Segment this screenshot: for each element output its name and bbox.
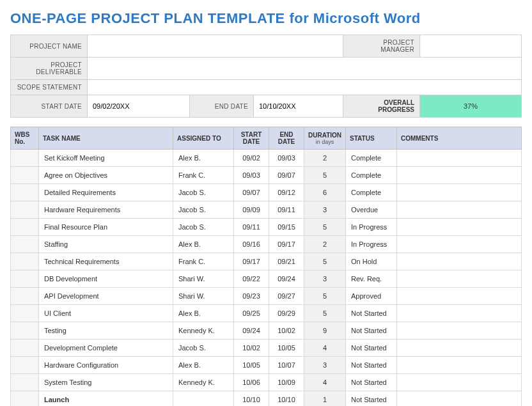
- cell-comments[interactable]: [397, 253, 522, 270]
- cell-duration[interactable]: 6: [304, 184, 346, 201]
- cell-assigned[interactable]: Jacob S.: [173, 340, 234, 357]
- cell-status[interactable]: Not Started: [346, 340, 397, 357]
- cell-duration[interactable]: 5: [304, 288, 346, 305]
- cell-start[interactable]: 09/25: [234, 305, 269, 322]
- cell-task[interactable]: Final Resource Plan: [39, 219, 173, 236]
- value-start-date[interactable]: 09/02/20XX: [88, 95, 190, 118]
- cell-status[interactable]: In Progress: [346, 236, 397, 253]
- cell-end[interactable]: 09/03: [269, 150, 304, 167]
- cell-start[interactable]: 10/02: [234, 340, 269, 357]
- cell-assigned[interactable]: [173, 391, 234, 407]
- cell-wbs[interactable]: [11, 340, 39, 357]
- cell-task[interactable]: Set Kickoff Meeting: [39, 150, 173, 167]
- cell-duration[interactable]: 2: [304, 236, 346, 253]
- cell-task[interactable]: API Development: [39, 288, 173, 305]
- cell-duration[interactable]: 4: [304, 374, 346, 391]
- cell-comments[interactable]: [397, 150, 522, 167]
- cell-start[interactable]: 10/10: [234, 391, 269, 407]
- cell-end[interactable]: 09/15: [269, 219, 304, 236]
- cell-wbs[interactable]: [11, 305, 39, 322]
- cell-assigned[interactable]: Frank C.: [173, 167, 234, 184]
- cell-assigned[interactable]: Kennedy K.: [173, 322, 234, 340]
- cell-wbs[interactable]: [11, 391, 39, 407]
- cell-wbs[interactable]: [11, 219, 39, 236]
- cell-start[interactable]: 09/07: [234, 184, 269, 201]
- cell-task[interactable]: System Testing: [39, 374, 173, 391]
- cell-status[interactable]: Overdue: [346, 201, 397, 219]
- cell-assigned[interactable]: Jacob S.: [173, 219, 234, 236]
- cell-wbs[interactable]: [11, 253, 39, 270]
- cell-assigned[interactable]: Shari W.: [173, 288, 234, 305]
- cell-end[interactable]: 10/10: [269, 391, 304, 407]
- cell-end[interactable]: 09/17: [269, 236, 304, 253]
- value-end-date[interactable]: 10/10/20XX: [254, 95, 343, 118]
- cell-assigned[interactable]: Alex B.: [173, 305, 234, 322]
- cell-wbs[interactable]: [11, 322, 39, 340]
- cell-start[interactable]: 09/11: [234, 219, 269, 236]
- cell-status[interactable]: Approved: [346, 288, 397, 305]
- cell-duration[interactable]: 5: [304, 219, 346, 236]
- cell-end[interactable]: 10/05: [269, 340, 304, 357]
- cell-wbs[interactable]: [11, 374, 39, 391]
- cell-task[interactable]: Hardware Requirements: [39, 201, 173, 219]
- cell-start[interactable]: 09/17: [234, 253, 269, 270]
- cell-status[interactable]: Complete: [346, 167, 397, 184]
- cell-end[interactable]: 09/21: [269, 253, 304, 270]
- cell-start[interactable]: 09/22: [234, 270, 269, 288]
- cell-wbs[interactable]: [11, 288, 39, 305]
- cell-wbs[interactable]: [11, 167, 39, 184]
- value-project-manager[interactable]: [420, 35, 522, 58]
- value-project-name[interactable]: [88, 35, 343, 58]
- cell-wbs[interactable]: [11, 184, 39, 201]
- cell-assigned[interactable]: Jacob S.: [173, 201, 234, 219]
- value-project-deliverable[interactable]: [88, 58, 522, 80]
- cell-task[interactable]: Staffing: [39, 236, 173, 253]
- cell-duration[interactable]: 3: [304, 201, 346, 219]
- cell-status[interactable]: In Progress: [346, 219, 397, 236]
- cell-duration[interactable]: 3: [304, 357, 346, 374]
- cell-duration[interactable]: 5: [304, 305, 346, 322]
- cell-duration[interactable]: 3: [304, 270, 346, 288]
- cell-duration[interactable]: 4: [304, 340, 346, 357]
- cell-task[interactable]: Testing: [39, 322, 173, 340]
- cell-comments[interactable]: [397, 201, 522, 219]
- cell-wbs[interactable]: [11, 201, 39, 219]
- cell-task[interactable]: Launch: [39, 391, 173, 407]
- cell-assigned[interactable]: Frank C.: [173, 253, 234, 270]
- cell-status[interactable]: Complete: [346, 150, 397, 167]
- cell-comments[interactable]: [397, 288, 522, 305]
- cell-comments[interactable]: [397, 357, 522, 374]
- cell-start[interactable]: 09/03: [234, 167, 269, 184]
- cell-duration[interactable]: 9: [304, 322, 346, 340]
- cell-comments[interactable]: [397, 184, 522, 201]
- cell-status[interactable]: Complete: [346, 184, 397, 201]
- cell-comments[interactable]: [397, 167, 522, 184]
- cell-task[interactable]: Detailed Requirements: [39, 184, 173, 201]
- cell-assigned[interactable]: Jacob S.: [173, 184, 234, 201]
- cell-start[interactable]: 10/05: [234, 357, 269, 374]
- cell-start[interactable]: 10/06: [234, 374, 269, 391]
- cell-task[interactable]: Hardware Configuration: [39, 357, 173, 374]
- cell-status[interactable]: On Hold: [346, 253, 397, 270]
- cell-task[interactable]: Technical Requirements: [39, 253, 173, 270]
- cell-assigned[interactable]: Kennedy K.: [173, 374, 234, 391]
- value-scope-statement[interactable]: [88, 80, 522, 95]
- cell-task[interactable]: Development Complete: [39, 340, 173, 357]
- cell-status[interactable]: Not Started: [346, 357, 397, 374]
- cell-assigned[interactable]: Alex B.: [173, 236, 234, 253]
- cell-assigned[interactable]: Alex B.: [173, 150, 234, 167]
- cell-start[interactable]: 09/23: [234, 288, 269, 305]
- cell-duration[interactable]: 2: [304, 150, 346, 167]
- cell-task[interactable]: DB Development: [39, 270, 173, 288]
- cell-comments[interactable]: [397, 374, 522, 391]
- cell-comments[interactable]: [397, 270, 522, 288]
- cell-status[interactable]: Rev. Req.: [346, 270, 397, 288]
- cell-comments[interactable]: [397, 391, 522, 407]
- cell-end[interactable]: 09/11: [269, 201, 304, 219]
- cell-end[interactable]: 09/12: [269, 184, 304, 201]
- cell-status[interactable]: Not Started: [346, 391, 397, 407]
- cell-task[interactable]: Agree on Objectives: [39, 167, 173, 184]
- cell-task[interactable]: UI Client: [39, 305, 173, 322]
- cell-wbs[interactable]: [11, 236, 39, 253]
- cell-wbs[interactable]: [11, 357, 39, 374]
